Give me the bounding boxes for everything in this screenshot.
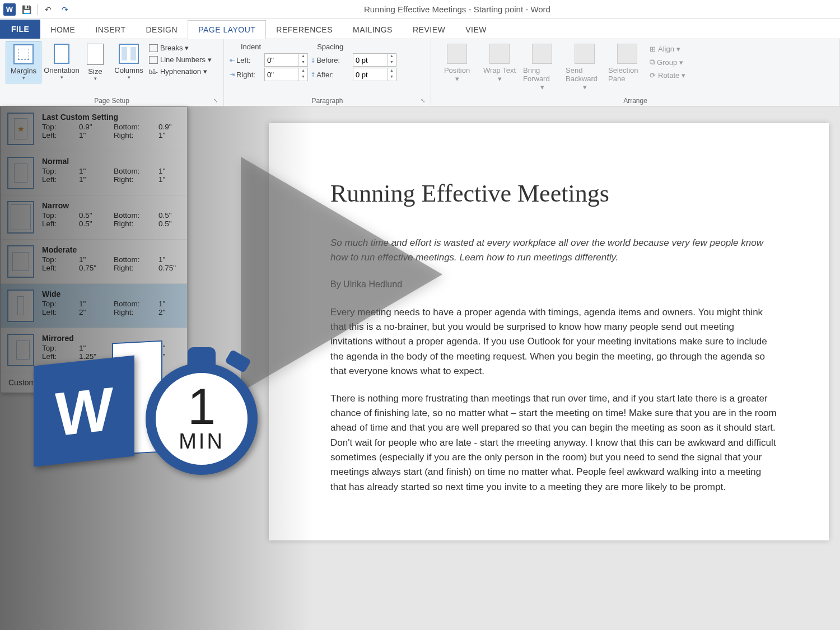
indent-right-icon: ⇥ <box>230 71 235 78</box>
tab-file[interactable]: FILE <box>0 20 40 39</box>
page-setup-group-label: Page Setup <box>94 97 129 105</box>
group-paragraph: Indent Spacing ⇤Left: 0"▲▼ ‡Before: 0 pt… <box>224 39 431 106</box>
doc-para-2: There is nothing more frustrating than m… <box>330 391 778 494</box>
margin-option-normal[interactable]: Normal Top:1"Bottom:1" Left:1"Right:1" <box>1 151 187 195</box>
orientation-label: Orientation <box>44 66 80 74</box>
tab-references[interactable]: REFERENCES <box>266 21 343 39</box>
size-icon <box>87 44 104 65</box>
size-button[interactable]: Size ▾ <box>82 41 109 83</box>
dropdown-arrow-icon: ▾ <box>22 75 25 81</box>
indent-left-icon: ⇤ <box>230 57 235 64</box>
position-icon <box>447 44 467 64</box>
selection-pane-icon <box>617 44 637 64</box>
wrap-text-icon <box>489 44 510 64</box>
orientation-button[interactable]: Orientation ▾ <box>44 41 80 82</box>
word-logo-icon: W <box>34 356 134 467</box>
one-minute-badge: W 1 MIN <box>34 347 258 475</box>
save-icon[interactable]: 💾 <box>20 3 32 16</box>
spacing-before-input[interactable]: 0 pt▲▼ <box>353 53 396 67</box>
breaks-icon <box>149 44 158 52</box>
margin-option-narrow[interactable]: Narrow Top:0.5"Bottom:0.5" Left:0.5"Righ… <box>1 195 187 240</box>
breaks-button[interactable]: Breaks ▾ <box>149 44 212 52</box>
paragraph-launcher-icon[interactable]: ⤡ <box>421 97 425 104</box>
tab-mailings[interactable]: MAILINGS <box>343 21 403 39</box>
margins-icon <box>13 44 34 64</box>
tab-insert[interactable]: INSERT <box>85 21 136 39</box>
tab-home[interactable]: HOME <box>40 21 85 39</box>
margin-title: Moderate <box>42 245 180 254</box>
position-button[interactable]: Position▾ <box>437 41 477 85</box>
paragraph-group-label: Paragraph <box>311 97 343 105</box>
badge-min: MIN <box>179 430 225 454</box>
indent-header: Indent <box>241 43 261 51</box>
wrap-text-button[interactable]: Wrap Text▾ <box>479 41 520 85</box>
margin-preset-icon <box>7 245 34 278</box>
group-arrange: Position▾ Wrap Text▾ Bring Forward▾ Send… <box>431 39 840 106</box>
line-numbers-icon <box>149 56 158 64</box>
margin-title: Narrow <box>42 201 180 210</box>
spacing-after-input[interactable]: 0 pt▲▼ <box>353 68 396 81</box>
margins-button[interactable]: Margins ▾ <box>6 41 41 83</box>
group-button[interactable]: ⧉ Group ▾ <box>650 58 685 67</box>
margin-option-wide[interactable]: Wide Top:1"Bottom:1" Left:2"Right:2" <box>1 284 187 328</box>
group-icon: ⧉ <box>650 58 655 67</box>
window-title: Running Effective Meetings - Starting po… <box>74 4 840 14</box>
spacing-header: Spacing <box>317 43 343 51</box>
redo-icon[interactable]: ↷ <box>59 3 71 16</box>
page-setup-launcher-icon[interactable]: ⤡ <box>213 97 218 104</box>
title-bar: W 💾 ↶ ↷ Running Effective Meetings - Sta… <box>0 0 840 19</box>
doc-para-1: Every meeting needs to have a proper age… <box>330 305 778 379</box>
badge-number: 1 <box>188 384 216 430</box>
doc-heading: Running Effective Meetings <box>330 179 778 208</box>
arrange-group-label: Arrange <box>623 97 647 105</box>
margin-title: Last Custom Setting <box>42 113 180 122</box>
margin-title: Normal <box>42 157 180 166</box>
doc-intro: So much time and effort is wasted at eve… <box>330 236 778 264</box>
margin-preset-icon <box>7 334 34 366</box>
ribbon: Margins ▾ Orientation ▾ Size ▾ Columns ▾… <box>0 39 840 106</box>
document-page[interactable]: Running Effective Meetings So much time … <box>269 123 829 540</box>
columns-icon <box>119 44 139 64</box>
align-button[interactable]: ⊞ Align ▾ <box>650 45 685 53</box>
send-backward-icon <box>575 44 595 64</box>
doc-byline: By Ulrika Hedlund <box>330 278 778 292</box>
orientation-icon <box>54 44 69 64</box>
group-page-setup: Margins ▾ Orientation ▾ Size ▾ Columns ▾… <box>0 39 224 106</box>
align-icon: ⊞ <box>650 45 656 53</box>
selection-pane-button[interactable]: Selection Pane <box>607 41 647 85</box>
bring-forward-icon <box>532 44 552 64</box>
tab-review[interactable]: REVIEW <box>403 21 455 39</box>
indent-right-input[interactable]: 0"▲▼ <box>264 68 308 81</box>
word-app-icon[interactable]: W <box>3 3 16 16</box>
margin-preset-icon <box>7 157 34 189</box>
margin-option-moderate[interactable]: Moderate Top:1"Bottom:1" Left:0.75"Right… <box>1 240 187 284</box>
send-backward-button[interactable]: Send Backward▾ <box>564 41 605 94</box>
ribbon-tabs: FILE HOME INSERT DESIGN PAGE LAYOUT REFE… <box>0 19 840 39</box>
tab-page-layout[interactable]: PAGE LAYOUT <box>188 20 266 39</box>
margin-option-last[interactable]: Last Custom Setting Top:0.9"Bottom:0.9" … <box>1 107 187 151</box>
rotate-icon: ⟳ <box>650 71 656 80</box>
tab-design[interactable]: DESIGN <box>136 21 188 39</box>
hyphenation-button[interactable]: bā- Hyphenation ▾ <box>149 67 212 76</box>
tab-view[interactable]: VIEW <box>455 21 497 39</box>
columns-button[interactable]: Columns ▾ <box>111 41 147 82</box>
size-label: Size <box>88 67 102 76</box>
line-numbers-button[interactable]: Line Numbers ▾ <box>149 55 212 64</box>
margins-label: Margins <box>11 67 36 75</box>
hyphenation-icon: bā- <box>149 68 158 75</box>
margin-title: Wide <box>42 290 180 298</box>
margin-preset-icon <box>7 201 34 234</box>
margin-preset-icon <box>7 113 34 145</box>
quick-access-toolbar: W 💾 ↶ ↷ <box>0 3 74 16</box>
indent-left-input[interactable]: 0"▲▼ <box>264 53 308 67</box>
spacing-before-icon: ‡ <box>311 57 315 63</box>
spacing-after-icon: ‡ <box>311 71 315 78</box>
undo-icon[interactable]: ↶ <box>42 3 54 16</box>
stopwatch-icon: 1 MIN <box>146 347 258 475</box>
bring-forward-button[interactable]: Bring Forward▾ <box>522 41 562 94</box>
margin-preset-icon <box>7 290 34 322</box>
columns-label: Columns <box>114 66 143 74</box>
rotate-button[interactable]: ⟳ Rotate ▾ <box>650 71 685 80</box>
